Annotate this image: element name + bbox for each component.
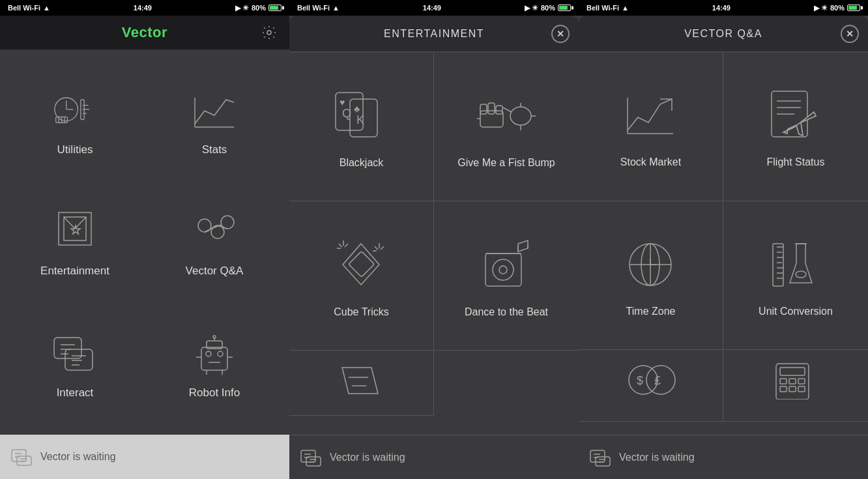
- stats-icon: [188, 85, 240, 137]
- status-footer-1: Vector is waiting: [0, 435, 289, 479]
- menu-item-robot-info[interactable]: Robot Info: [145, 303, 284, 424]
- stock-market-label: Stock Market: [620, 156, 681, 169]
- calculator-icon: [770, 360, 822, 399]
- modal-item-unit-conversion[interactable]: Unit Conversion: [723, 201, 868, 351]
- menu-item-entertainment[interactable]: ★ Entertainment: [5, 181, 145, 302]
- vector-qa-label: Vector Q&A: [186, 265, 244, 278]
- main-nav-bar: Vector: [0, 16, 289, 50]
- interact-icon: [49, 328, 101, 380]
- modal-item-stock-market[interactable]: Stock Market: [579, 52, 723, 201]
- unit-conversion-icon: [763, 232, 828, 297]
- fist-bump-icon: [474, 83, 539, 149]
- vector-qa-grid: Stock Market Flight Status: [579, 52, 868, 435]
- svg-rect-83: [301, 450, 315, 462]
- svg-rect-57: [496, 106, 502, 114]
- vector-qa-close-button[interactable]: ✕: [841, 25, 859, 43]
- svg-line-66: [339, 244, 342, 247]
- stock-market-icon: [618, 83, 684, 148]
- menu-item-interact[interactable]: Interact: [5, 303, 145, 424]
- svg-rect-123: [590, 450, 605, 462]
- svg-rect-117: [780, 379, 787, 384]
- time-2: 14:49: [423, 4, 441, 12]
- footer-text-2: Vector is waiting: [330, 452, 405, 463]
- status-bar-1: Bell Wi-Fi ▲ 14:49 ▶ ☀ 80%: [0, 0, 289, 16]
- svg-rect-54: [480, 111, 503, 127]
- wifi-icon-1: ▲: [43, 4, 50, 12]
- svg-point-33: [206, 351, 211, 356]
- svg-rect-74: [485, 254, 521, 286]
- svg-point-59: [510, 107, 531, 125]
- interact-label: Interact: [57, 386, 94, 399]
- svg-line-71: [381, 246, 384, 250]
- svg-text:♣: ♣: [354, 104, 360, 114]
- cube-tricks-icon: [329, 233, 394, 298]
- menu-item-vector-qa[interactable]: Vector Q&A: [145, 181, 284, 302]
- menu-item-utilities[interactable]: Utilities: [5, 60, 145, 181]
- modal-item-time-zone[interactable]: Time Zone: [579, 201, 723, 351]
- modal-item-dance-beat[interactable]: Dance to the Beat: [434, 201, 579, 351]
- svg-rect-31: [201, 347, 227, 370]
- panel-entertainment: Bell Wi-Fi ▲ 14:49 ▶ ☀ 80% ENTERTAINMENT…: [289, 0, 579, 479]
- status-footer-2: Vector is waiting: [289, 435, 579, 479]
- entertainment-label: Entertainment: [40, 265, 109, 278]
- svg-marker-80: [342, 368, 378, 394]
- entertainment-grid: ♥ Q ♣ K Blackjack: [289, 52, 579, 435]
- dance-beat-label: Dance to the Beat: [465, 306, 548, 319]
- entertainment-header: ENTERTAINMENT ✕: [289, 16, 579, 52]
- footer-text-3: Vector is waiting: [619, 452, 695, 463]
- svg-rect-116: [780, 368, 805, 375]
- signal-icon-3: ▶ ☀: [814, 4, 828, 12]
- status-bar-3: Bell Wi-Fi ▲ 14:49 ▶ ☀ 80%: [579, 0, 868, 16]
- carrier-2: Bell Wi-Fi: [297, 4, 330, 12]
- wifi-icon-2: ▲: [332, 4, 340, 12]
- currency-icon: $ £: [625, 360, 677, 399]
- vector-waiting-icon-1: [10, 446, 33, 468]
- svg-rect-122: [798, 386, 805, 392]
- entertainment-title: ENTERTAINMENT: [384, 28, 484, 40]
- time-zone-icon: [618, 232, 684, 297]
- vector-waiting-icon-3: [589, 446, 611, 469]
- app-title: Vector: [122, 24, 167, 41]
- cube-tricks-label: Cube Tricks: [334, 306, 388, 319]
- stats-label: Stats: [202, 143, 227, 156]
- modal-item-flight-status[interactable]: Flight Status: [723, 52, 868, 201]
- modal-item-blackjack[interactable]: ♥ Q ♣ K Blackjack: [289, 52, 434, 201]
- svg-rect-126: [596, 457, 610, 466]
- menu-item-stats[interactable]: Stats: [145, 60, 284, 181]
- svg-rect-23: [54, 338, 81, 358]
- svg-rect-115: [776, 364, 809, 399]
- panel-vector-qa: Bell Wi-Fi ▲ 14:49 ▶ ☀ 80% VECTOR Q&A ✕: [579, 0, 868, 479]
- modal-item-currency[interactable]: $ £: [579, 350, 723, 422]
- battery-text-2: 80%: [541, 4, 555, 12]
- modal-item-fist-bump[interactable]: Give Me a Fist Bump: [434, 52, 579, 201]
- modal-item-extra[interactable]: [289, 351, 434, 416]
- blackjack-label: Blackjack: [340, 156, 384, 170]
- entertainment-icon: ★: [49, 206, 101, 258]
- svg-rect-121: [789, 386, 796, 392]
- fist-bump-label: Give Me a Fist Bump: [457, 156, 555, 170]
- modal-item-cube-tricks[interactable]: Cube Tricks: [289, 201, 434, 351]
- footer-text-1: Vector is waiting: [40, 451, 116, 463]
- svg-point-0: [267, 31, 271, 35]
- utilities-label: Utilities: [57, 143, 93, 156]
- entertainment-close-button[interactable]: ✕: [551, 25, 570, 43]
- status-right-3: ▶ ☀ 80%: [814, 4, 860, 12]
- svg-point-34: [218, 351, 223, 356]
- svg-text:★: ★: [70, 224, 81, 237]
- status-right-2: ▶ ☀ 80%: [525, 4, 571, 12]
- svg-rect-86: [306, 457, 321, 466]
- status-right-1: ▶ ☀ 80%: [235, 4, 282, 12]
- carrier-3: Bell Wi-Fi: [586, 4, 619, 12]
- svg-point-110: [796, 271, 806, 278]
- vector-qa-title: VECTOR Q&A: [684, 28, 762, 40]
- robot-info-label: Robot Info: [189, 386, 240, 399]
- svg-rect-42: [12, 450, 26, 461]
- modal-item-calculator[interactable]: [723, 350, 868, 422]
- status-footer-3: Vector is waiting: [579, 435, 868, 479]
- entertainment-modal: ENTERTAINMENT ✕ ♥ Q ♣ K Blackjack: [289, 16, 579, 435]
- svg-text:$: $: [637, 374, 643, 387]
- svg-rect-56: [488, 103, 495, 114]
- utilities-icon: [49, 85, 101, 137]
- settings-button[interactable]: [259, 23, 279, 42]
- battery-text-1: 80%: [252, 4, 266, 12]
